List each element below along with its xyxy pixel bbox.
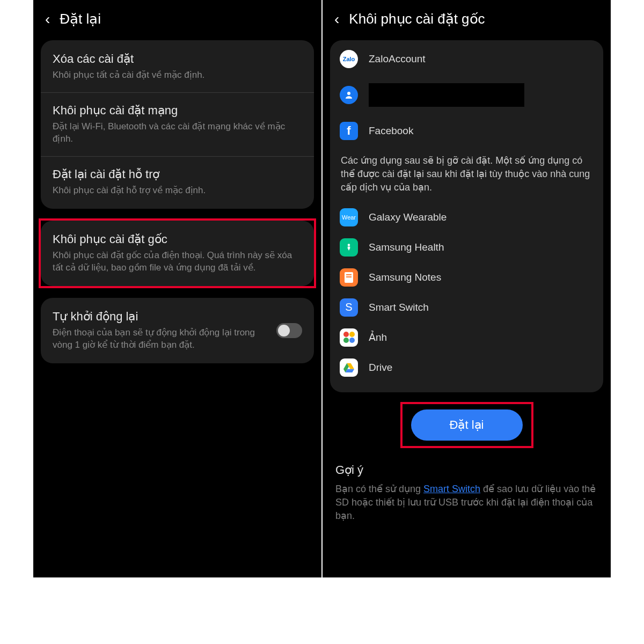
page-title: Đặt lại [60, 11, 101, 27]
reset-accessibility-settings[interactable]: Đặt lại cài đặt hỗ trợ Khôi phục cài đặt… [41, 157, 314, 208]
highlight-factory-reset: Khôi phục cài đặt gốc Khôi phục cài đặt … [39, 218, 316, 288]
reset-all-settings[interactable]: Xóa các cài đặt Khôi phục tất cả cài đặt… [41, 41, 314, 93]
account-redacted [340, 76, 594, 114]
factory-reset[interactable]: Khôi phục cài đặt gốc Khôi phục cài đặt … [41, 222, 314, 285]
toggle-knob-icon [278, 325, 290, 336]
uninstall-info: Các ứng dụng sau sẽ bị gỡ cài đặt. Một s… [340, 148, 594, 202]
svg-rect-3 [346, 274, 352, 275]
notes-icon [340, 268, 358, 287]
factory-reset-screen: ‹ Khôi phục cài đặt gốc Zalo ZaloAccount… [323, 0, 611, 577]
back-icon[interactable]: ‹ [334, 12, 339, 27]
app-samsung-health: Samsung Health [340, 232, 594, 262]
back-icon[interactable]: ‹ [45, 12, 50, 27]
zalo-icon: Zalo [340, 50, 358, 68]
drive-icon [340, 358, 358, 377]
app-photos: Ảnh [340, 323, 594, 353]
svg-rect-4 [346, 276, 352, 277]
account-zalo: Zalo ZaloAccount [340, 42, 594, 76]
reset-settings-screen: ‹ Đặt lại Xóa các cài đặt Khôi phục tất … [33, 0, 321, 577]
app-galaxy-wearable: Wear Galaxy Wearable [340, 202, 594, 232]
auto-restart[interactable]: Tự khởi động lại Điện thoại của bạn sẽ t… [41, 299, 314, 362]
person-icon [340, 86, 358, 104]
hint-heading: Gợi ý [323, 448, 611, 482]
header: ‹ Đặt lại [33, 0, 321, 40]
health-icon [340, 238, 358, 257]
content-card: Zalo ZaloAccount f Facebook Các ứng dụng… [330, 40, 603, 392]
reset-network-settings[interactable]: Khôi phục cài đặt mạng Đặt lại Wi-Fi, Bl… [41, 93, 314, 157]
svg-point-0 [347, 92, 350, 95]
highlight-reset-button: Đặt lại [400, 402, 533, 448]
auto-restart-card: Tự khởi động lại Điện thoại của bạn sẽ t… [41, 298, 314, 363]
svg-point-1 [348, 244, 350, 246]
smart-switch-icon: S [340, 298, 358, 317]
redacted-label [369, 83, 524, 107]
header: ‹ Khôi phục cài đặt gốc [323, 0, 611, 40]
page-title: Khôi phục cài đặt gốc [349, 11, 485, 27]
facebook-icon: f [340, 122, 358, 140]
app-smart-switch: S Smart Switch [340, 292, 594, 323]
app-samsung-notes: Samsung Notes [340, 262, 594, 292]
auto-restart-toggle[interactable] [276, 323, 302, 338]
hint-body: Bạn có thể sử dụng Smart Switch để sao l… [323, 482, 611, 523]
smart-switch-link[interactable]: Smart Switch [423, 484, 480, 494]
wearable-icon: Wear [340, 208, 358, 226]
photos-icon [340, 328, 358, 347]
reset-button[interactable]: Đặt lại [411, 409, 523, 441]
reset-options-card: Xóa các cài đặt Khôi phục tất cả cài đặt… [41, 40, 314, 209]
app-drive: Drive [340, 353, 594, 383]
account-facebook: f Facebook [340, 114, 594, 148]
